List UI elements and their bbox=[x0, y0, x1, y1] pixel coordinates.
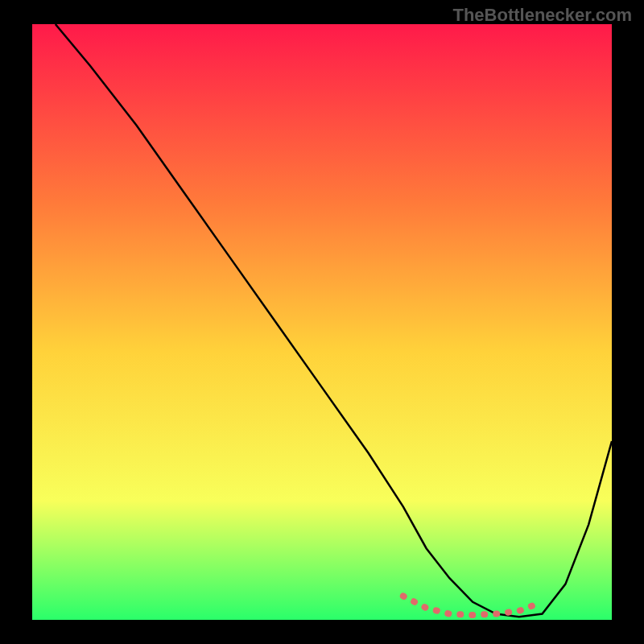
watermark-text: TheBottlenecker.com bbox=[452, 5, 632, 26]
chart-container: { "watermark": "TheBottlenecker.com", "c… bbox=[0, 0, 644, 644]
gradient-background bbox=[32, 24, 612, 620]
chart-svg bbox=[32, 24, 612, 620]
plot-area bbox=[32, 24, 612, 620]
